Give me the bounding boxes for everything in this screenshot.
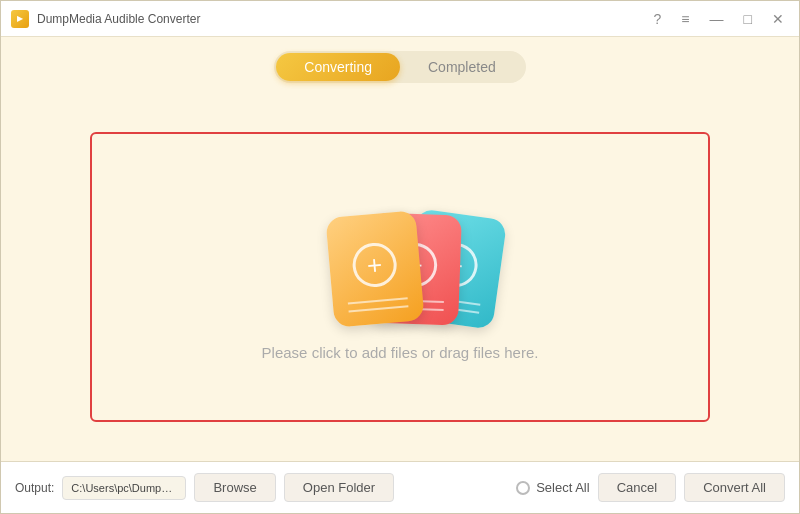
main-content: Please click to add files or drag files … <box>1 93 799 461</box>
browse-button[interactable]: Browse <box>194 473 275 502</box>
open-folder-button[interactable]: Open Folder <box>284 473 394 502</box>
minimize-button[interactable]: — <box>705 9 729 29</box>
cancel-button[interactable]: Cancel <box>598 473 676 502</box>
plus-circle-orange <box>351 241 399 289</box>
book-lines-orange <box>348 297 409 312</box>
app-title: DumpMedia Audible Converter <box>37 12 200 26</box>
drop-zone[interactable]: Please click to add files or drag files … <box>90 132 710 422</box>
tab-completed[interactable]: Completed <box>400 53 524 81</box>
select-all-label: Select All <box>536 480 589 495</box>
tab-area: Converting Completed <box>1 37 799 93</box>
help-button[interactable]: ? <box>649 9 667 29</box>
bottom-bar: Output: C:\Users\pc\DumpMedia AudioBook … <box>1 461 799 513</box>
menu-button[interactable]: ≡ <box>676 9 694 29</box>
title-bar: DumpMedia Audible Converter ? ≡ — □ ✕ <box>1 1 799 37</box>
output-label: Output: <box>15 481 54 495</box>
output-path: C:\Users\pc\DumpMedia AudioBook Converte <box>62 476 186 500</box>
select-all-area[interactable]: Select All <box>516 480 589 495</box>
convert-all-button[interactable]: Convert All <box>684 473 785 502</box>
maximize-button[interactable]: □ <box>739 9 757 29</box>
tab-container: Converting Completed <box>274 51 525 83</box>
book-icons-container <box>300 194 500 324</box>
tab-converting[interactable]: Converting <box>276 53 400 81</box>
title-bar-controls: ? ≡ — □ ✕ <box>649 9 789 29</box>
book-icon-orange <box>325 210 424 327</box>
select-all-radio[interactable] <box>516 481 530 495</box>
app-icon <box>11 10 29 28</box>
drop-hint-text: Please click to add files or drag files … <box>262 344 539 361</box>
close-button[interactable]: ✕ <box>767 9 789 29</box>
title-bar-left: DumpMedia Audible Converter <box>11 10 200 28</box>
